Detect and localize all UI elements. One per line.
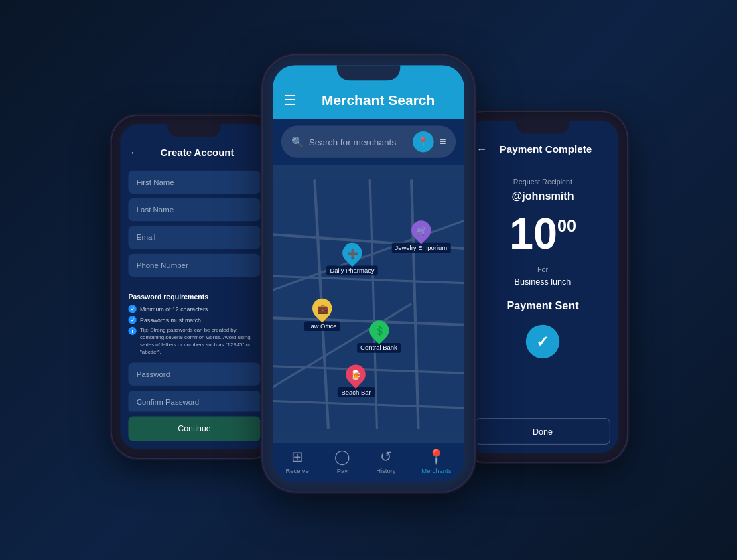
- left-phone: ← Create Account First Name Last Name Em…: [112, 116, 277, 458]
- amount-whole: 10: [509, 212, 557, 255]
- back-arrow-icon[interactable]: ←: [129, 147, 140, 159]
- pin-icon: 💲: [373, 325, 385, 336]
- back-arrow-right[interactable]: ←: [476, 143, 487, 156]
- merchant-search-screen: ☰ Merchant Search 🔍 Search for merchants…: [273, 65, 464, 482]
- bottom-nav: ⊞ Receive ◯ Pay ↺ History 📍 Merchants: [273, 443, 464, 482]
- check-icon-2: [128, 316, 136, 324]
- pin-label: Central Bank: [357, 343, 401, 353]
- phone-input[interactable]: Phone Number: [128, 254, 260, 277]
- notch-center: [337, 65, 401, 80]
- password-input[interactable]: Password: [128, 363, 260, 386]
- history-icon: ↺: [380, 448, 392, 465]
- map-roads: [273, 165, 464, 443]
- req-title: Password requirements: [128, 293, 260, 301]
- req-text-2: Passwords must match: [140, 316, 201, 323]
- location-button[interactable]: 📍: [413, 131, 434, 153]
- pay-icon: ◯: [334, 448, 350, 465]
- notch-right: [516, 121, 570, 134]
- continue-button[interactable]: Continue: [128, 417, 260, 441]
- nav-history[interactable]: ↺ History: [376, 448, 395, 474]
- email-input[interactable]: Email: [128, 226, 260, 249]
- screen-right: ← Payment Complete Request Recipient @jo…: [467, 121, 619, 453]
- password-requirements: Password requirements Minimum of 12 char…: [128, 291, 260, 358]
- phone-shell-right: ← Payment Complete Request Recipient @jo…: [458, 112, 627, 462]
- map-pin[interactable]: ➕Daily Pharmacy: [326, 242, 378, 275]
- first-name-input[interactable]: First Name: [128, 171, 260, 194]
- map-background: ➕Daily Pharmacy🛒Jewelry Emporium💼Law Off…: [273, 165, 464, 443]
- map-pin[interactable]: 💲Central Bank: [357, 321, 401, 353]
- check-circle-icon: [526, 325, 559, 358]
- map-pin[interactable]: 🍺Beach Bar: [338, 365, 375, 397]
- for-value: Business lunch: [515, 277, 572, 287]
- screen-left: ← Create Account First Name Last Name Em…: [120, 124, 269, 449]
- nav-receive[interactable]: ⊞ Receive: [286, 448, 309, 474]
- pin-icon: 🍺: [350, 370, 362, 380]
- create-account-title: Create Account: [147, 147, 259, 159]
- receive-label: Receive: [286, 468, 309, 475]
- amount-cents: 00: [557, 217, 576, 236]
- done-button[interactable]: Done: [475, 418, 610, 445]
- screen-center: ☰ Merchant Search 🔍 Search for merchants…: [273, 65, 464, 482]
- merchants-label: Merchants: [421, 468, 451, 475]
- svg-line-7: [411, 179, 418, 429]
- tip-text: Tip: Strong passwords can be created by …: [140, 326, 261, 356]
- phone-shell-left: ← Create Account First Name Last Name Em…: [112, 116, 277, 458]
- pin-icon: ➕: [346, 247, 358, 258]
- map-pin[interactable]: 🛒Jewelry Emporium: [391, 220, 450, 253]
- search-bar[interactable]: 🔍 Search for merchants 📍 ≡: [281, 126, 456, 158]
- for-label: For: [537, 265, 548, 274]
- map-area: ➕Daily Pharmacy🛒Jewelry Emporium💼Law Off…: [273, 165, 464, 443]
- svg-line-4: [273, 401, 464, 408]
- amount-row: 10 00: [509, 212, 576, 255]
- list-icon[interactable]: ≡: [440, 135, 446, 148]
- check-icon-1: [128, 305, 136, 313]
- search-placeholder: Search for merchants: [309, 137, 407, 147]
- payment-screen: ← Payment Complete Request Recipient @jo…: [467, 121, 619, 453]
- pin-icon: 🛒: [415, 225, 427, 236]
- confirm-password-input[interactable]: Confirm Password: [128, 391, 260, 411]
- merchants-icon: 📍: [427, 448, 445, 465]
- info-icon: i: [128, 327, 136, 335]
- create-account-screen: ← Create Account First Name Last Name Em…: [120, 124, 269, 449]
- recipient-value: @johnsmith: [511, 190, 574, 202]
- right-phone: ← Payment Complete Request Recipient @jo…: [458, 112, 627, 462]
- pc-body: Request Recipient @johnsmith 10 00 For B…: [467, 165, 619, 418]
- nav-pay[interactable]: ◯ Pay: [334, 448, 350, 474]
- last-name-input[interactable]: Last Name: [128, 198, 260, 221]
- ca-body: First Name Last Name Email Phone Number …: [120, 166, 269, 412]
- history-label: History: [376, 468, 395, 475]
- req-item-2: Passwords must match: [128, 316, 260, 324]
- merchant-search-title: Merchant Search: [304, 92, 453, 109]
- pin-label: Beach Bar: [338, 388, 375, 398]
- notch-left: [168, 124, 220, 137]
- payment-sent-label: Payment Sent: [507, 300, 578, 313]
- center-phone: ☰ Merchant Search 🔍 Search for merchants…: [263, 56, 474, 492]
- req-item-1: Minimum of 12 characters: [128, 305, 260, 313]
- search-icon: 🔍: [291, 136, 304, 147]
- nav-merchants[interactable]: 📍 Merchants: [421, 448, 451, 474]
- receive-icon: ⊞: [291, 448, 304, 465]
- pin-icon: 💼: [316, 303, 328, 313]
- hamburger-icon[interactable]: ☰: [284, 92, 297, 109]
- tip-row: i Tip: Strong passwords can be created b…: [128, 326, 260, 356]
- req-text-1: Minimum of 12 characters: [140, 306, 208, 313]
- phone-shell-center: ☰ Merchant Search 🔍 Search for merchants…: [263, 56, 474, 492]
- payment-complete-title: Payment Complete: [494, 143, 609, 155]
- pay-label: Pay: [337, 468, 348, 475]
- map-pin[interactable]: 💼Law Office: [304, 298, 340, 330]
- recipient-label: Request Recipient: [513, 178, 572, 186]
